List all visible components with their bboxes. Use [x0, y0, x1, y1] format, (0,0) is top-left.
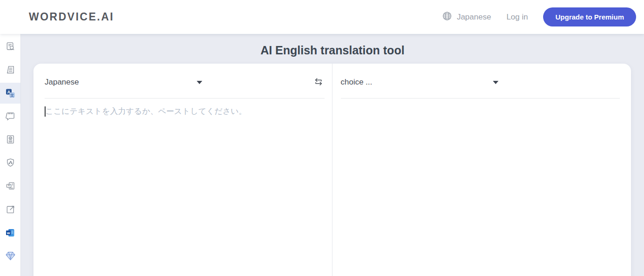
- wordvice-logo: WORDVICE.AI: [29, 11, 114, 23]
- shield-ai-icon: [5, 158, 16, 168]
- document-lines-icon: [5, 65, 16, 75]
- source-language-select[interactable]: Japanese: [45, 78, 204, 87]
- target-toolbar: choice ...: [341, 73, 620, 92]
- quote-glyph: "": [8, 112, 13, 118]
- target-panel: choice ...: [332, 64, 631, 276]
- target-language-select[interactable]: choice ...: [341, 78, 500, 87]
- language-label: Japanese: [457, 13, 491, 22]
- source-text-input[interactable]: ここにテキストを入力するか、ペーストしてください。: [45, 99, 325, 238]
- upgrade-premium-button[interactable]: Upgrade to Premium: [543, 7, 636, 26]
- tools-sidebar: A 文 "": [0, 34, 21, 276]
- swap-languages-button[interactable]: [312, 76, 325, 89]
- language-selector[interactable]: Japanese: [442, 11, 491, 24]
- source-panel: Japanese: [33, 64, 332, 276]
- sidebar-item-external-link[interactable]: [0, 199, 20, 220]
- swap-arrows-icon: [313, 77, 324, 88]
- page-title: AI English translation tool: [21, 43, 644, 57]
- sidebar-item-plagiarism-check[interactable]: [0, 129, 20, 150]
- sidebar-item-premium[interactable]: [0, 245, 20, 266]
- sidebar-item-paraphraser[interactable]: "": [0, 106, 20, 127]
- ms-word-icon: w: [5, 227, 16, 238]
- main-content: AI English translation tool Japanese: [21, 34, 644, 276]
- login-link[interactable]: Log in: [506, 13, 528, 22]
- sidebar-item-ai-detector[interactable]: [0, 152, 20, 173]
- source-toolbar: Japanese: [45, 73, 325, 92]
- source-language-label: Japanese: [45, 78, 79, 87]
- document-check-icon: [5, 134, 16, 145]
- caret-down-icon: [493, 81, 498, 84]
- translation-output-area: [341, 99, 620, 238]
- sidebar-item-editor[interactable]: [0, 59, 20, 80]
- target-language-label: choice ...: [341, 78, 372, 87]
- sidebar-item-word-addin[interactable]: w: [0, 222, 20, 243]
- header: WORDVICE.AI Japanese Log in Upgrade to P…: [0, 0, 644, 34]
- translate-icon-letter-bun: 文: [10, 92, 14, 97]
- external-link-icon: [5, 204, 16, 215]
- ai-label: AI: [7, 184, 10, 187]
- source-placeholder: ここにテキストを入力するか、ペーストしてください。: [46, 106, 247, 117]
- word-icon-letter: w: [7, 230, 10, 235]
- sidebar-item-proofreading[interactable]: [0, 36, 20, 57]
- diamond-icon: [5, 250, 16, 262]
- sidebar-item-translator[interactable]: A 文: [0, 83, 20, 104]
- quote-bubble-icon: "": [5, 111, 16, 122]
- document-search-icon: [5, 41, 16, 52]
- ai-document-icon: AI: [5, 181, 16, 191]
- globe-icon: [442, 11, 452, 24]
- translator-card: Japanese: [33, 64, 631, 276]
- caret-down-icon: [197, 81, 202, 84]
- translate-icon: A 文: [5, 88, 16, 99]
- sidebar-item-ai-writing[interactable]: AI: [0, 176, 20, 197]
- header-actions: Japanese Log in Upgrade to Premium: [442, 7, 636, 26]
